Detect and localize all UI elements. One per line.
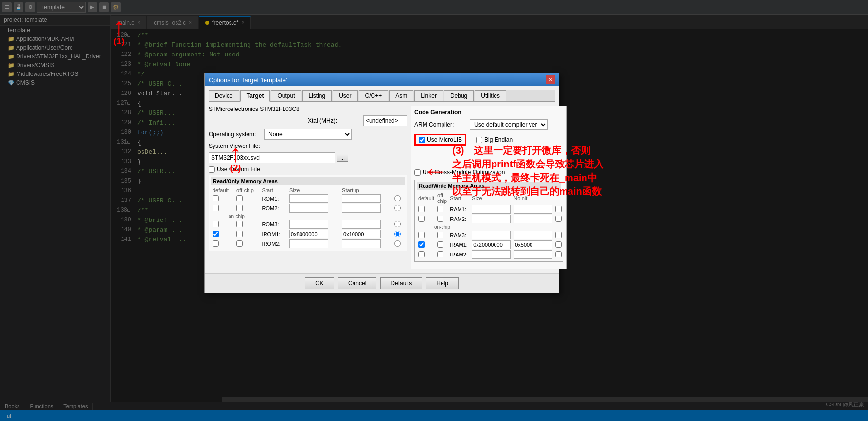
ram-size-input[interactable] <box>514 205 552 214</box>
rom-default-cb[interactable] <box>213 231 219 237</box>
rom-start-input[interactable] <box>289 230 328 238</box>
sysviewer-input[interactable] <box>209 152 335 163</box>
custom-file-checkbox[interactable] <box>209 166 215 173</box>
dialog-right-panel: Code Generation ARM Compiler: Use defaul… <box>411 106 567 269</box>
rw-col-start: Start <box>448 192 470 204</box>
microlb-checkbox[interactable] <box>419 137 425 143</box>
col-startup: Startup <box>340 187 393 194</box>
rom-default-cb[interactable] <box>213 195 219 201</box>
dialog-tab-target[interactable]: Target <box>240 90 270 102</box>
ram-start-input[interactable] <box>472 215 511 223</box>
ram-row-1: RAM2: <box>417 214 563 224</box>
rom-label: ROM3: <box>261 220 288 229</box>
ram-start-input[interactable] <box>472 250 511 259</box>
rom-label: ROM2: <box>261 203 288 213</box>
dialog-tab-user[interactable]: User <box>333 90 357 101</box>
ram-noinit-cb[interactable] <box>555 251 562 257</box>
ram-noinit-cb[interactable] <box>555 216 562 222</box>
dialog-content-area: STMicroelectronics STM32F103C8 Xtal (MHz… <box>209 106 555 269</box>
ram-start-input[interactable] <box>472 205 511 214</box>
rom-default-cb[interactable] <box>213 240 219 247</box>
ram-offchip-cb[interactable] <box>437 241 443 248</box>
ram-offchip-cb[interactable] <box>437 232 443 238</box>
ram-size-input[interactable] <box>514 215 552 223</box>
dialog-button-bar: OK Cancel Defaults Help <box>205 273 559 293</box>
ram-start-input[interactable] <box>472 231 511 239</box>
dialog-tab-output[interactable]: Output <box>271 90 301 101</box>
os-select[interactable]: None <box>264 129 352 140</box>
rom-offchip-cb[interactable] <box>236 240 243 247</box>
ram-noinit-cb[interactable] <box>555 206 562 212</box>
dialog-tab-listing[interactable]: Listing <box>302 90 332 101</box>
rom-startup-radio[interactable] <box>394 240 401 247</box>
sysviewer-browse-btn[interactable]: ... <box>337 154 348 162</box>
ram-default-cb[interactable] <box>418 232 425 238</box>
rom-offchip-cb[interactable] <box>236 231 243 237</box>
dialog-body: DeviceTargetOutputListingUserC/C++AsmLin… <box>205 86 559 273</box>
dialog-tab-utilities[interactable]: Utilities <box>475 90 506 101</box>
ram-size-input[interactable] <box>514 250 552 259</box>
ram-row-3: IRAM1: <box>417 240 563 250</box>
readwrite-memory-table: default off-chip Start Size Noinit RAM1:… <box>417 192 563 259</box>
rom-startup-radio[interactable] <box>394 231 401 237</box>
use-microlb-box: Use MicroLIB <box>414 134 466 146</box>
ram-size-input[interactable] <box>514 240 552 249</box>
rom-startup-radio[interactable] <box>394 221 401 227</box>
rom-startup-radio[interactable] <box>394 205 401 211</box>
options-dialog: Options for Target 'template' ✕ DeviceTa… <box>204 73 559 293</box>
cancel-button[interactable]: Cancel <box>338 277 376 289</box>
arm-compiler-select[interactable]: Use default compiler version 5 <box>470 119 548 130</box>
rom-size-input[interactable] <box>342 230 381 238</box>
ram-default-cb[interactable] <box>418 206 425 212</box>
ram-offchip-cb[interactable] <box>437 216 443 222</box>
rom-default-cb[interactable] <box>213 205 219 211</box>
ram-offchip-cb[interactable] <box>437 206 443 212</box>
microlb-label: Use MicroLIB <box>427 136 462 143</box>
ram-default-cb[interactable] <box>418 241 425 248</box>
ram-noinit-cb[interactable] <box>555 241 562 248</box>
ram-label: RAM2: <box>448 214 470 224</box>
rom-default-cb[interactable] <box>213 221 219 227</box>
dialog-tab-device[interactable]: Device <box>209 90 239 101</box>
dialog-tab-c-c++[interactable]: C/C++ <box>359 90 389 101</box>
rom-start-input[interactable] <box>289 194 328 203</box>
ok-button[interactable]: OK <box>305 277 334 289</box>
rom-startup-radio[interactable] <box>394 195 401 201</box>
ram-label: RAM1: <box>448 204 470 214</box>
rom-offchip-cb[interactable] <box>236 195 243 201</box>
rom-size-input[interactable] <box>342 204 381 213</box>
readonly-memory-title: Read/Only Memory Areas <box>211 177 405 185</box>
rom-start-input[interactable] <box>289 204 328 213</box>
device-row: STMicroelectronics STM32F103C8 <box>209 106 407 112</box>
dialog-tab-asm[interactable]: Asm <box>389 90 413 101</box>
dialog-tab-linker[interactable]: Linker <box>414 90 443 101</box>
rom-size-input[interactable] <box>342 194 381 203</box>
dialog-overlay[interactable]: Options for Target 'template' ✕ DeviceTa… <box>0 0 868 421</box>
rom-row-1: ROM2: <box>211 203 405 213</box>
rom-size-input[interactable] <box>342 220 381 229</box>
bigendian-checkbox[interactable] <box>476 137 482 143</box>
help-button[interactable]: Help <box>426 277 459 289</box>
ram-start-input[interactable] <box>472 240 511 249</box>
ram-default-cb[interactable] <box>418 216 425 222</box>
ram-default-cb[interactable] <box>418 251 425 257</box>
dialog-close-button[interactable]: ✕ <box>546 75 555 84</box>
device-value: STMicroelectronics STM32F103C8 <box>209 106 300 112</box>
rom-start-input[interactable] <box>289 239 328 248</box>
xtal-input[interactable] <box>363 115 407 126</box>
rw-col-size: Size <box>470 192 512 204</box>
cross-module-checkbox[interactable] <box>414 169 421 176</box>
rom-row-4: IROM2: <box>211 239 405 249</box>
rom-offchip-cb[interactable] <box>236 205 243 211</box>
dialog-tab-debug[interactable]: Debug <box>444 90 474 101</box>
rom-offchip-cb[interactable] <box>236 221 243 227</box>
defaults-button[interactable]: Defaults <box>380 277 422 289</box>
rom-start-input[interactable] <box>289 220 328 229</box>
ram-noinit-cb[interactable] <box>555 232 562 238</box>
ram-offchip-cb[interactable] <box>437 251 443 257</box>
ram-label: IRAM2: <box>448 250 470 259</box>
sysviewer-row: System Viewer File: <box>209 143 407 149</box>
dialog-title-bar: Options for Target 'template' ✕ <box>205 73 559 86</box>
ram-size-input[interactable] <box>514 231 552 239</box>
rom-size-input[interactable] <box>342 239 381 248</box>
